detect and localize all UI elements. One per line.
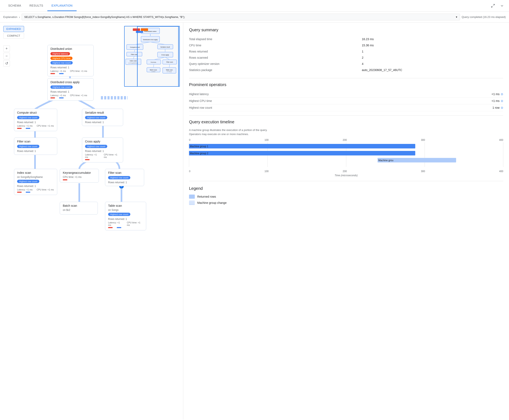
tab-results[interactable]: RESULTS [25, 1, 47, 11]
row-value: auto_20230608_17_57_46UTC [362, 67, 503, 73]
link-icon-0[interactable]: ⊙ [501, 92, 503, 96]
chevron-down-icon[interactable] [499, 3, 505, 9]
node-keyrange-accumulator[interactable]: Keyrangeaccumulator CPU time: <1 ms [60, 169, 99, 183]
svg-text:Serialize result: Serialize result [160, 46, 170, 48]
xaxis-300: 300 [421, 170, 425, 173]
node-cpu: CPU time: <1 ms [37, 125, 54, 127]
op-value: <1 ms ⊙ [492, 99, 503, 103]
divider-3 [189, 181, 503, 181]
svg-text:on Songs: on Songs [167, 71, 172, 72]
badge-highest-row: Highest row count [108, 213, 130, 216]
node-badges: Highest row count [85, 115, 120, 120]
op-value: 1 row ⊙ [493, 106, 503, 109]
node-distributed-union[interactable]: Distributed union Highest latency Highes… [47, 45, 94, 76]
node-filter-scan-2[interactable]: Filter scan Highest row count Rows retur… [105, 169, 144, 186]
badge-highest-row: Highest row count [17, 145, 39, 148]
svg-line-57 [153, 64, 154, 68]
badge-highest-row: Highest row count [51, 85, 73, 89]
badge-highest-row: Highest row count [85, 116, 107, 119]
zoom-out-button[interactable]: − [3, 53, 10, 59]
bar-latency [17, 192, 22, 193]
link-icon-1[interactable]: ⊙ [501, 99, 503, 103]
legend-icon-machine [189, 201, 195, 205]
node-distributed-cross-apply[interactable]: Distributed cross apply Highest row coun… [47, 78, 94, 101]
expanded-button[interactable]: EXPANDED [3, 26, 24, 32]
svg-text:Machine grou: Machine grou [378, 159, 394, 162]
node-latency: Latency: <1 ms [51, 70, 66, 72]
node-badges: Highest row count [108, 212, 143, 217]
node-rows: Rows returned: 1 [51, 66, 90, 69]
node-serialize-result[interactable]: Serialize result Highest row count Rows … [82, 109, 123, 126]
node-cpu: CPU time: <1 ms [127, 221, 143, 226]
bar-cpu [63, 179, 67, 180]
node-compute-struct[interactable]: Compute struct Highest row count Rows re… [14, 109, 57, 131]
svg-line-58 [169, 64, 170, 68]
svg-text:Keyrange...: Keyrange... [151, 61, 157, 63]
link-icon-2[interactable]: ⊙ [501, 106, 503, 109]
zoom-in-button[interactable]: + [3, 45, 10, 52]
node-badges: Highest row count [108, 176, 141, 180]
node-bars [63, 179, 96, 180]
node-bar-row: Latency: <1 ms CPU time: <1 ms [108, 221, 143, 226]
query-dropdown-icon[interactable]: ▾ [456, 15, 457, 19]
node-cpu: CPU time: <1 ms [37, 188, 54, 191]
node-index-scan[interactable]: Index scan on SongsBySongName Highest ro… [14, 169, 57, 195]
node-bars [51, 98, 90, 98]
badge-highest-latency: Highest latency [51, 52, 70, 55]
node-rows: Rows returned: 1 [108, 181, 141, 184]
row-value: 15.36 ms [362, 42, 503, 48]
node-badges: Highest latency Highest CPU time Highest… [51, 52, 90, 65]
timeline-x-axis-bottom: 0 100 200 300 400 [189, 170, 503, 173]
timeline-title: Query execution timeline [189, 120, 503, 124]
node-badges: Highest row count [17, 179, 54, 184]
badge-highest-row: Highest row count [17, 180, 39, 183]
badge-highest-row: Highest row count [51, 61, 73, 64]
breadcrumb-arrow: › [19, 15, 20, 19]
node-bar-row: Latency: <1 ms CPU time: <1 ms [51, 94, 90, 97]
compact-button[interactable]: COMPACT [3, 33, 24, 39]
node-badges: Highest row count [85, 144, 120, 149]
badge-highest-row: Highest row count [85, 145, 107, 148]
fullscreen-icon[interactable] [490, 3, 496, 9]
node-rows: Rows returned: 1 [17, 185, 54, 188]
node-rows: Rows returned: 1 [17, 150, 54, 153]
badge-highest-row: Highest row count [108, 176, 130, 179]
node-batch-scan[interactable]: Batch scan on $v2 [60, 202, 98, 215]
minimap-svg: Distributed union Distributed cross appl… [125, 26, 180, 87]
minimap[interactable]: Distributed union Distributed cross appl… [124, 26, 180, 87]
node-cpu: CPU time: <1 ms [70, 94, 87, 97]
op-value: <1 ms ⊙ [492, 92, 503, 96]
node-bar-row: Latency: <1 ms CPU time: <1 ms [17, 188, 54, 191]
legend-icon-returned [189, 195, 195, 199]
op-row-rowcount: Highest row count 1 row ⊙ [189, 104, 503, 111]
node-filter-scan-1[interactable]: Filter scan Highest row count Rows retur… [14, 137, 57, 155]
node-title: Cross apply [85, 140, 120, 143]
node-bar-row: Latency: <1 ms CPU time: <1 ms [85, 153, 120, 158]
node-subtitle: on Songs [108, 209, 143, 211]
tab-schema[interactable]: SCHEMA [4, 1, 25, 11]
node-title: Filter scan [108, 171, 141, 174]
query-status: Query completed (16.23 ms elapsed) [462, 14, 506, 20]
badge-highest-cpu: Highest CPU time [51, 57, 73, 60]
axis-100: 100 [264, 139, 269, 142]
bar-latency [108, 227, 113, 228]
node-subtitle: on $v2 [63, 209, 95, 211]
svg-line-0 [493, 4, 494, 5]
svg-text:Filter scan: Filter scan [131, 54, 138, 55]
node-bar-row: Latency: <1 ms CPU time: <1 ms [17, 125, 54, 127]
breadcrumb-label: Explanation [3, 15, 17, 19]
query-input[interactable]: SELECT s.SongName, s.Duration FROM Songs… [22, 14, 460, 20]
node-table-scan[interactable]: Table scan on Songs Highest row count Ro… [105, 202, 146, 230]
axis-300: 300 [421, 139, 425, 142]
zoom-reset-button[interactable]: ↺ [3, 60, 10, 67]
node-cpu: CPU time: <1 ms [70, 70, 87, 72]
svg-line-51 [150, 42, 165, 45]
table-row: Rows scanned 2 [189, 55, 503, 61]
table-row: Statistics package auto_20230608_17_57_4… [189, 67, 503, 73]
row-label: Query optimizer version [189, 61, 362, 67]
tab-explanation[interactable]: EXPLANATION [47, 1, 77, 11]
node-cross-apply[interactable]: Cross apply Highest row count Rows retur… [82, 137, 123, 162]
svg-line-53 [133, 56, 134, 59]
axis-400: 400 [499, 139, 503, 142]
row-value: 1 [362, 48, 503, 55]
